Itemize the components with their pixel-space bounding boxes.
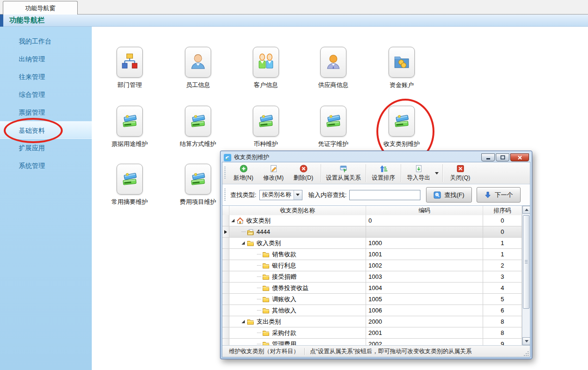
app-button-2-0[interactable]: [117, 164, 143, 195]
table-row[interactable]: 采购付款20018: [222, 327, 522, 339]
table-row[interactable]: 管理费用20029: [222, 339, 522, 345]
column-header-name[interactable]: 收支类别名称: [229, 206, 366, 215]
cell-category-name: 债券投资收益: [229, 283, 366, 293]
table-row[interactable]: 销售收款10011: [222, 249, 522, 260]
row-selector[interactable]: [222, 327, 229, 338]
table-row[interactable]: 收入类别10001: [222, 238, 522, 249]
app-button-1-2[interactable]: [253, 106, 279, 137]
close-button[interactable]: [510, 153, 529, 161]
category-name-text: 支出类别: [257, 318, 281, 326]
toolbar-button-5[interactable]: 导入导出: [404, 163, 434, 183]
row-selector[interactable]: [222, 249, 229, 260]
app-button-2-1[interactable]: [185, 164, 211, 195]
app-button-0-1[interactable]: [185, 47, 211, 78]
books-icon: [189, 169, 207, 189]
dialog-toolbar: 新增(N)修改(M)删除(D)设置从属关系设置排序导入导出关闭(Q): [222, 162, 530, 184]
toolbar-button-2[interactable]: 删除(D): [288, 163, 318, 183]
cell-sort: 3: [483, 271, 522, 282]
sidebar-item-6[interactable]: 扩展应用: [0, 139, 92, 157]
tree-expander-icon[interactable]: [242, 320, 245, 323]
row-selector[interactable]: [222, 271, 229, 282]
column-header-sort[interactable]: 排序码: [483, 206, 522, 215]
vertical-scrollbar[interactable]: [522, 206, 530, 345]
tree-line: [257, 276, 261, 277]
books-icon: [393, 111, 411, 131]
app-button-1-4[interactable]: [389, 106, 415, 137]
sidebar-item-0[interactable]: 我的工作台: [0, 32, 92, 50]
column-header-code[interactable]: 编码: [366, 206, 483, 215]
sort-icon: [380, 165, 388, 173]
table-row[interactable]: 44440: [222, 226, 522, 238]
table-row[interactable]: 调账收入10055: [222, 294, 522, 305]
tree-expander-icon[interactable]: [242, 241, 245, 245]
chevron-down-icon[interactable]: [294, 190, 302, 200]
dialog-titlebar[interactable]: 收支类别维护: [220, 151, 532, 163]
find-button[interactable]: 查找(F): [426, 187, 472, 203]
dialog-body: 新增(N)修改(M)删除(D)设置从属关系设置排序导入导出关闭(Q) 查找类型:…: [222, 162, 530, 357]
sidebar-item-4[interactable]: 票据管理: [0, 103, 92, 121]
search-type-value: 按类别名称: [260, 190, 294, 200]
tree-line: [242, 232, 246, 232]
tree-line: [257, 288, 261, 288]
cell-category-name: 收入类别: [229, 238, 366, 248]
search-icon: [434, 191, 441, 199]
row-selector[interactable]: [222, 294, 229, 305]
category-name-text: 接受捐赠: [272, 273, 296, 281]
row-selector[interactable]: [222, 226, 229, 237]
app-label: 供应商信息: [303, 81, 364, 89]
sidebar-item-7[interactable]: 系统管理: [0, 157, 92, 174]
app-button-0-4[interactable]: [389, 47, 415, 78]
table-row[interactable]: 其他收入10066: [222, 305, 522, 316]
app-shortcut-2-1: 费用项目维护: [168, 164, 228, 206]
minimize-button[interactable]: [481, 153, 495, 161]
app-shortcut-1-1: 结算方式维护: [168, 106, 228, 148]
category-name-text: 调账收入: [272, 295, 296, 304]
cell-sort: 8: [483, 327, 522, 338]
toolbar-button-4[interactable]: 设置排序: [368, 163, 398, 183]
sidebar-item-1[interactable]: 出纳管理: [0, 50, 92, 68]
home-icon: [236, 217, 246, 225]
resize-grip[interactable]: [524, 351, 529, 356]
toolbar-button-0[interactable]: 新增(N): [228, 163, 258, 183]
toolbar-separator: [442, 164, 443, 182]
app-button-0-0[interactable]: [117, 47, 143, 78]
cell-sort: 0: [483, 226, 522, 237]
row-selector[interactable]: [222, 260, 229, 271]
sidebar-item-3[interactable]: 综合管理: [0, 86, 92, 103]
table-row[interactable]: 债券投资收益10044: [222, 283, 522, 294]
app-button-1-3[interactable]: [320, 106, 346, 137]
row-selector[interactable]: [222, 238, 229, 248]
scroll-up-button[interactable]: [522, 206, 530, 214]
sidebar-item-5[interactable]: 基础资料: [0, 121, 92, 139]
row-selector[interactable]: [222, 215, 229, 226]
app-button-1-1[interactable]: [185, 106, 211, 137]
scrollbar-thumb[interactable]: [523, 215, 529, 309]
sidebar-item-2[interactable]: 往来管理: [0, 68, 92, 86]
toolbar-button-3[interactable]: 设置从属关系: [323, 163, 363, 183]
row-selector[interactable]: [222, 316, 229, 327]
search-input[interactable]: [349, 190, 420, 200]
row-selector[interactable]: [222, 305, 229, 316]
row-selector[interactable]: [222, 339, 229, 345]
search-type-dropdown[interactable]: 按类别名称: [259, 190, 302, 200]
app-button-0-2[interactable]: [253, 47, 279, 78]
row-selector[interactable]: [222, 283, 229, 293]
tab-function-navigation[interactable]: 功能导航窗: [3, 1, 78, 15]
scroll-down-button[interactable]: [522, 337, 530, 345]
table-row[interactable]: 支出类别20008: [222, 316, 522, 327]
books-icon: [189, 111, 207, 131]
table-row[interactable]: 银行利息10022: [222, 260, 522, 271]
maximize-button[interactable]: [496, 153, 509, 161]
tree-expander-icon[interactable]: [231, 219, 235, 222]
cell-category-name: 支出类别: [229, 316, 366, 327]
app-button-0-3[interactable]: [320, 47, 346, 78]
toolbar-button-1[interactable]: 修改(M): [258, 163, 288, 183]
relation-icon: [339, 165, 347, 173]
app-button-1-0[interactable]: [117, 106, 143, 137]
next-button[interactable]: 下一个: [477, 187, 521, 203]
table-row[interactable]: 收支类别00: [222, 215, 522, 226]
toolbar-dropdown-caret[interactable]: [434, 163, 440, 183]
cell-code: 1002: [366, 260, 483, 271]
toolbar-button-6[interactable]: 关闭(Q): [445, 163, 475, 183]
table-row[interactable]: 接受捐赠10033: [222, 271, 522, 283]
